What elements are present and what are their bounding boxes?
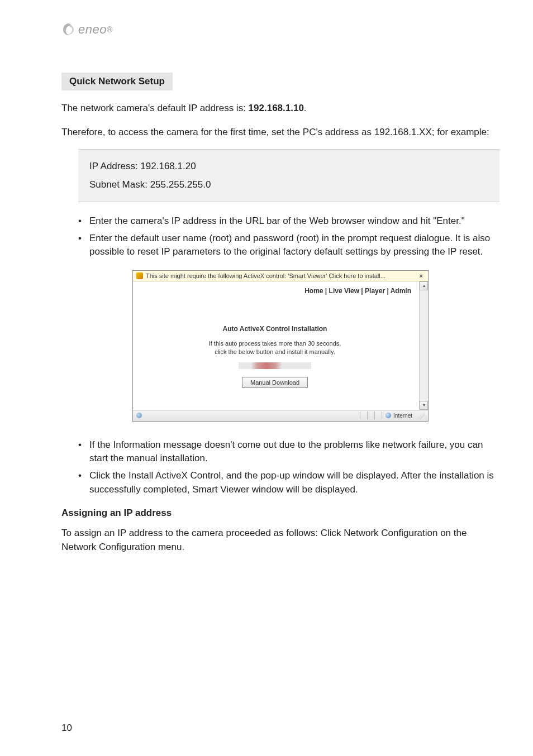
activex-title: Auto ActiveX Control Installation <box>133 325 417 333</box>
list-item: If the Information message doesn't come … <box>78 438 499 466</box>
info-bar-text: This site might require the following Ac… <box>146 272 386 279</box>
list-item: Click the Install ActiveX Control, and t… <box>78 469 499 496</box>
page-number: 10 <box>61 722 72 734</box>
scroll-down-icon[interactable]: ▾ <box>420 401 428 410</box>
globe-icon <box>136 413 142 418</box>
scrollbar[interactable]: ▴ ▾ <box>419 281 428 410</box>
viewer-nav[interactable]: Home | Live View | Player | Admin <box>304 287 411 295</box>
para-default-ip-pre: The network camera's default IP address … <box>61 103 249 113</box>
scroll-up-icon[interactable]: ▴ <box>420 281 428 290</box>
bullet-list-2: If the Information message doesn't come … <box>61 438 499 497</box>
section-heading-quick-network: Quick Network Setup <box>61 73 173 90</box>
resize-grip-icon[interactable] <box>417 412 425 419</box>
activex-msg-line1: If this auto process takes more than 30 … <box>209 340 341 347</box>
list-item: Enter the default user name (root) and p… <box>78 232 499 259</box>
security-zone: Internet <box>386 413 412 419</box>
internet-zone-icon <box>386 413 391 418</box>
logo-swirl-icon <box>61 22 76 37</box>
ip-example-line2: Subnet Mask: 255.255.255.0 <box>89 176 488 194</box>
close-icon[interactable]: × <box>418 272 425 279</box>
subheading-assign-ip: Assigning an IP address <box>61 508 499 519</box>
progress-bar <box>239 362 311 369</box>
progress-fill <box>251 362 282 369</box>
ip-example-box: IP Address: 192.168.1.20 Subnet Mask: 25… <box>78 149 499 202</box>
bullet-list-1: Enter the camera's IP address in the URL… <box>61 214 499 259</box>
activex-message: If this auto process takes more than 30 … <box>133 339 417 356</box>
brand-logo: eneo® <box>61 22 113 37</box>
zone-label: Internet <box>393 413 412 419</box>
logo-text: eneo <box>78 22 107 37</box>
shield-icon <box>136 272 143 279</box>
para-default-ip-post: . <box>304 103 307 113</box>
para-assign-ip: To assign an IP address to the camera pr… <box>61 527 499 554</box>
activex-screenshot: This site might require the following Ac… <box>132 270 429 422</box>
ie-status-bar: Internet <box>133 410 428 421</box>
activex-msg-line2: click the below button and install it ma… <box>215 348 335 355</box>
para-access: Therefore, to access the camera for the … <box>61 126 499 140</box>
manual-download-button[interactable]: Manual Download <box>242 377 308 388</box>
ie-info-bar[interactable]: This site might require the following Ac… <box>133 271 428 281</box>
para-default-ip-value: 192.168.1.10 <box>249 103 304 113</box>
para-default-ip: The network camera's default IP address … <box>61 102 499 116</box>
ip-example-line1: IP Address: 192.168.1.20 <box>89 157 488 175</box>
list-item: Enter the camera's IP address in the URL… <box>78 214 499 228</box>
